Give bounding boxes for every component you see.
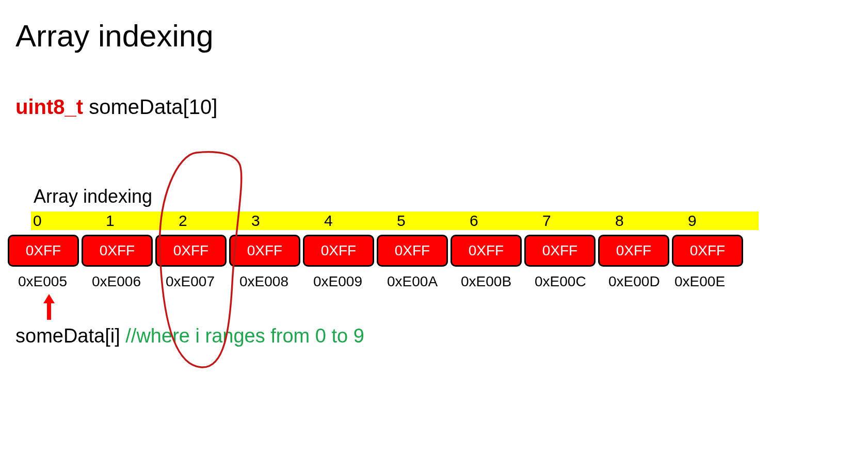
expression-comment: //where i ranges from 0 to 9 — [125, 325, 364, 347]
cells-row: 0XFF 0XFF 0XFF 0XFF 0XFF 0XFF 0XFF 0XFF … — [8, 235, 746, 267]
array-cell: 0XFF — [377, 235, 448, 267]
arrow-up-icon — [43, 294, 59, 322]
index-cell: 8 — [613, 211, 686, 230]
index-cell: 1 — [104, 211, 176, 230]
index-cell: 0 — [31, 211, 104, 230]
array-cell: 0XFF — [598, 235, 669, 267]
array-cell: 0XFF — [82, 235, 153, 267]
slide-title: Array indexing — [15, 18, 214, 54]
index-cell: 3 — [249, 211, 322, 230]
address-cell: 0xE005 — [8, 273, 82, 290]
index-cell: 7 — [540, 211, 613, 230]
index-row: 0 1 2 3 4 5 6 7 8 9 — [31, 211, 759, 230]
index-cell: 9 — [686, 211, 759, 230]
index-cell: 2 — [176, 211, 249, 230]
expression-line: someData[i] //where i ranges from 0 to 9 — [15, 325, 364, 347]
declaration-line: uint8_t someData[10] — [15, 95, 217, 119]
index-cell: 6 — [468, 211, 540, 230]
address-cell: 0xE007 — [155, 273, 229, 290]
address-cell: 0xE00C — [524, 273, 598, 290]
svg-marker-0 — [43, 294, 55, 320]
index-cell: 4 — [322, 211, 395, 230]
array-cell: 0XFF — [672, 235, 743, 267]
address-cell: 0xE008 — [229, 273, 303, 290]
array-cell: 0XFF — [451, 235, 522, 267]
expression-code: someData[i] — [15, 325, 125, 347]
address-cell: 0xE00D — [598, 273, 672, 290]
address-row: 0xE005 0xE006 0xE007 0xE008 0xE009 0xE00… — [8, 273, 746, 290]
declaration-type: uint8_t — [15, 95, 83, 118]
address-cell: 0xE009 — [303, 273, 377, 290]
diagram-subtitle: Array indexing — [34, 186, 152, 207]
address-cell: 0xE00A — [377, 273, 451, 290]
array-cell: 0XFF — [229, 235, 300, 267]
array-cell: 0XFF — [8, 235, 79, 267]
index-cell: 5 — [395, 211, 468, 230]
array-cell: 0XFF — [303, 235, 374, 267]
array-cell: 0XFF — [524, 235, 596, 267]
array-cell: 0XFF — [155, 235, 227, 267]
address-cell: 0xE006 — [82, 273, 155, 290]
declaration-rest: someData[10] — [83, 95, 217, 118]
address-cell: 0xE00E — [672, 273, 746, 290]
address-cell: 0xE00B — [451, 273, 524, 290]
